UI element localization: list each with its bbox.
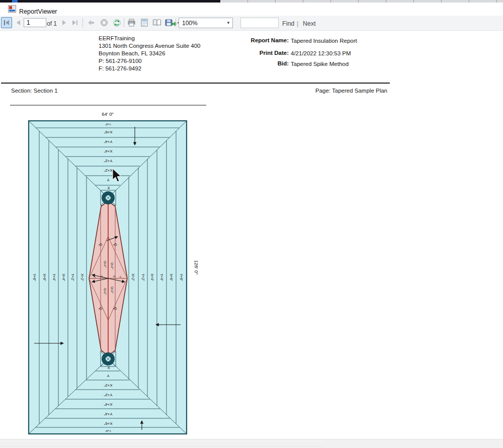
taper-label: X+2" [131, 273, 135, 281]
printer-icon [127, 19, 136, 27]
toolbar-separator [82, 18, 83, 27]
cricket-label: Q [99, 243, 103, 246]
stop-button[interactable] [99, 17, 110, 28]
taper-label: X+6" [104, 130, 112, 134]
last-page-button[interactable] [69, 17, 80, 28]
previous-page-button[interactable] [13, 17, 24, 28]
print-layout-button[interactable] [139, 17, 150, 28]
last-page-icon [71, 19, 78, 26]
print-button[interactable] [126, 17, 137, 28]
refresh-button[interactable] [111, 17, 122, 28]
refresh-icon [113, 19, 121, 27]
company-phone: P: 561-276-9100 [99, 58, 142, 64]
header-divider [1, 83, 390, 84]
tapered-plan-drawing: 64′ 0″ 128′ 0″ [0, 108, 211, 438]
section-label: Section: Section 1 [11, 88, 58, 94]
taper-label: Y+2" [104, 393, 112, 397]
stop-icon [100, 19, 108, 27]
first-page-button[interactable] [1, 17, 12, 28]
taper-label: Y+4" [104, 412, 112, 416]
taper-label: Y+2" [71, 273, 74, 281]
cricket-label: X [113, 275, 116, 277]
company-name: EERFTraining [99, 35, 135, 41]
find-button[interactable]: Find [282, 20, 294, 27]
export-save-icon [165, 19, 179, 27]
taper-label: X+2" [104, 383, 112, 388]
width-dimension: 64′ 0″ [102, 111, 114, 117]
taper-label: X [107, 186, 110, 190]
taper-label: Y+4" [160, 273, 163, 281]
cricket-label: Q+2" [111, 262, 114, 269]
taper-label: Y+4" [104, 139, 112, 144]
toolbar-separator [176, 18, 176, 27]
taper-label: Y+6" [180, 273, 183, 281]
title-bar: ReportViewer [0, 3, 503, 16]
bid-value: Tapered Spike Method [291, 61, 349, 67]
cricket-label: Q+2" [104, 261, 107, 268]
print-date-value: 4/21/2022 12:30:53 PM [291, 50, 351, 56]
taper-label: X+2" [80, 273, 84, 281]
page-number-input[interactable] [24, 18, 46, 27]
find-input[interactable] [240, 18, 279, 28]
taper-label: Y [107, 178, 110, 182]
taper-label: X+4" [104, 402, 112, 407]
cricket-label: Q [113, 243, 117, 246]
taper-label: Y+2" [141, 273, 145, 281]
mouse-cursor [112, 168, 124, 183]
next-page-button[interactable] [58, 17, 69, 28]
taper-label: Y+4" [52, 273, 56, 281]
cricket-label: Q [99, 307, 103, 310]
taper-label: X+4" [150, 273, 154, 281]
report-name-value: Tapered Insulation Report [291, 38, 357, 44]
window-bottom-divider [0, 446, 322, 446]
taper-label: Y+2" [104, 159, 112, 163]
next-page-icon [60, 19, 67, 26]
company-address2: Boynton Beach, FL 33426 [99, 50, 165, 56]
height-dimension: 128′ 0″ [194, 260, 199, 275]
taper-label: X+4" [104, 149, 112, 154]
taper-label: Y+6" [105, 429, 111, 432]
back-arrow-icon [87, 19, 95, 27]
window-title: ReportViewer [19, 8, 57, 15]
first-page-icon [3, 19, 10, 26]
cricket-label: Q+2" [111, 286, 114, 293]
zoom-select[interactable]: 100% ▼ [179, 18, 233, 28]
company-fax: F: 561-276-9492 [99, 65, 141, 71]
page-setup-button[interactable] [151, 17, 162, 28]
taper-label: Y+6" [33, 273, 36, 281]
toolbar-separator [124, 18, 124, 27]
cricket-label: X [100, 275, 103, 277]
chevron-down-icon: ▼ [224, 18, 232, 28]
section-divider [10, 105, 206, 106]
taper-label: Y [107, 374, 110, 378]
taper-label: Y+6" [105, 123, 111, 126]
bid-label: Bid: [208, 60, 289, 66]
taper-label: X+6" [43, 273, 46, 281]
export-button[interactable] [164, 17, 180, 28]
report-viewer-window: ReportViewer of 1 [0, 0, 503, 448]
window-bottom-strip [0, 439, 503, 448]
company-address1: 1301 North Congress Avenue Suite 400 [99, 43, 200, 49]
taper-label: X+4" [62, 273, 65, 281]
taper-label: X+6" [170, 273, 173, 281]
taper-label: X+6" [104, 421, 112, 426]
report-name-label: Report Name: [208, 37, 289, 43]
cricket-label: Y [119, 276, 122, 278]
taper-label: X [107, 365, 110, 370]
page-count-label: of 1 [47, 20, 57, 27]
app-form-icon [8, 5, 16, 13]
cricket-label: Q+2" [104, 288, 107, 295]
previous-page-icon [15, 19, 22, 26]
next-button[interactable]: Next [303, 20, 316, 27]
print-date-label: Print Date: [208, 50, 289, 56]
zoom-value: 100% [182, 20, 198, 27]
cricket-label: Q [113, 307, 117, 310]
cricket-label: Y [93, 276, 96, 278]
report-toolbar: of 1 [0, 16, 503, 31]
page-plan-label: Page: Tapered Sample Plan [306, 88, 387, 94]
find-next-separator: | [297, 20, 298, 27]
page-setup-icon [152, 19, 161, 27]
back-button[interactable] [86, 17, 97, 28]
print-layout-icon [140, 19, 148, 27]
